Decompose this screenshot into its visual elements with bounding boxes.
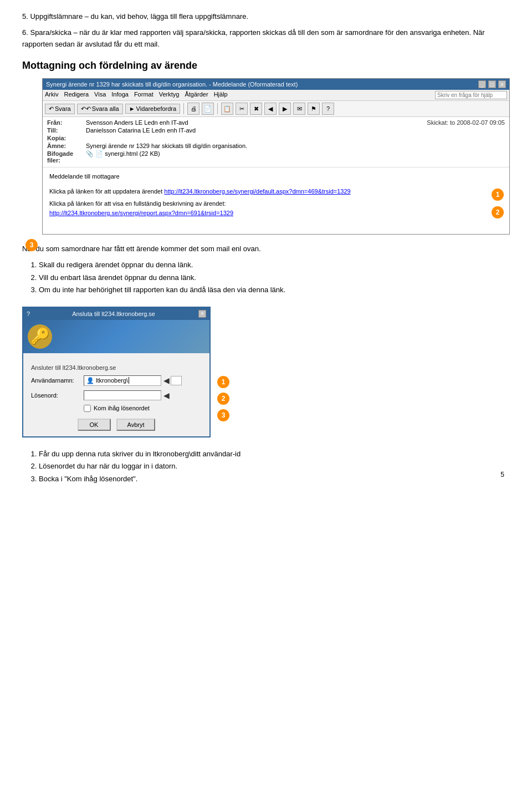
email-search-input[interactable] bbox=[435, 91, 507, 99]
restore-button[interactable]: □ bbox=[488, 80, 496, 88]
header-amne-value: Synergi ärende nr 1329 har skickats till… bbox=[86, 142, 505, 149]
email-body: Meddelande till mottagare Klicka på länk… bbox=[43, 167, 509, 234]
header-from-label: Från: bbox=[47, 119, 86, 126]
login-remember-checkbox[interactable] bbox=[84, 405, 91, 412]
toolbar-icon-6[interactable]: ◀ bbox=[264, 103, 277, 115]
login-cancel-button[interactable]: Avbryt bbox=[116, 419, 156, 431]
login-dialog: ? Ansluta till lt234.ltkronoberg.se × 🔑 … bbox=[22, 307, 211, 437]
footer-notes-list: Får du upp denna ruta skriver du in ltkr… bbox=[39, 449, 510, 485]
attachment-html-icon: 📄 bbox=[95, 150, 103, 157]
header-to-row: Till: Danielsson Catarina LE Ledn enh IT… bbox=[47, 127, 505, 134]
menu-atgarder[interactable]: Åtgärder bbox=[185, 91, 208, 99]
footer-note-2: Lösenordet du har när du loggar in i dat… bbox=[39, 461, 510, 472]
login-password-row: Lösenord: ◀ bbox=[31, 390, 202, 400]
email-titlebar: Synergi ärende nr 1329 har skickats till… bbox=[43, 79, 509, 90]
email-toolbar: ↶ Svara ↶↶ Svara alla ► Vidarebefordra 🖨… bbox=[43, 101, 509, 117]
menu-format[interactable]: Format bbox=[134, 91, 154, 99]
login-ok-button[interactable]: OK bbox=[78, 419, 111, 431]
step-1: Skall du redigera ärendet öppnar du denn… bbox=[39, 259, 510, 271]
body-link-1[interactable]: http://lt234.ltkronoberg.se/synergi/defa… bbox=[164, 188, 350, 195]
toolbar-divider-1 bbox=[183, 103, 184, 114]
email-headers: Från: Svensson Anders LE Ledn enh IT-avd… bbox=[43, 117, 509, 167]
toolbar-icon-4[interactable]: ✂ bbox=[236, 103, 248, 115]
email-titlebar-title: Synergi ärende nr 1329 har skickats till… bbox=[46, 81, 298, 88]
login-username-extra[interactable] bbox=[171, 376, 182, 385]
header-kopia-label: Kopia: bbox=[47, 135, 86, 141]
email-menubar: Arkiv Redigera Visa Infoga Format Verkty… bbox=[43, 90, 509, 101]
toolbar-icon-question[interactable]: ? bbox=[322, 103, 334, 115]
toolbar-icon-5[interactable]: ✖ bbox=[250, 103, 262, 115]
login-username-row: Användarnamn: 👤 ltkronoberg\ ◀ bbox=[31, 375, 202, 386]
header-from-row: Från: Svensson Anders LE Ledn enh IT-avd… bbox=[47, 119, 505, 126]
login-remember-label: Kom ihåg lösenordet bbox=[94, 405, 150, 411]
header-from-value: Svensson Anders LE Ledn enh IT-avd bbox=[86, 119, 427, 126]
login-remember-row: Kom ihåg lösenordet bbox=[84, 405, 202, 412]
svara-alla-icon: ↶↶ bbox=[81, 105, 91, 113]
body-paragraph-2: Klicka på länken för att visa en fullstä… bbox=[49, 199, 503, 217]
close-button[interactable]: × bbox=[498, 80, 506, 88]
body-link-2[interactable]: http://lt234.ltkronoberg.se/synergi/repo… bbox=[49, 210, 233, 216]
cursor-icon bbox=[129, 377, 129, 384]
menu-visa[interactable]: Visa bbox=[94, 91, 106, 99]
toolbar-icon-flag[interactable]: ⚑ bbox=[308, 103, 320, 115]
svara-alla-button[interactable]: ↶↶ Svara alla bbox=[77, 104, 123, 114]
header-amne-row: Ämne: Synergi ärende nr 1329 har skickat… bbox=[47, 142, 505, 149]
login-key-icon: 🔑 bbox=[28, 324, 52, 349]
header-date: Skickat: to 2008-02-07 09:05 bbox=[427, 119, 505, 126]
header-amne-label: Ämne: bbox=[47, 142, 86, 149]
header-to-label: Till: bbox=[47, 127, 86, 134]
toolbar-icon-2[interactable]: 📄 bbox=[202, 103, 214, 115]
toolbar-divider-2 bbox=[217, 103, 218, 114]
login-header-image: 🔑 bbox=[23, 320, 209, 353]
login-close-button[interactable]: × bbox=[198, 310, 206, 318]
annotation-login-3: 3 bbox=[217, 409, 229, 421]
login-titlebar-icon: ? bbox=[27, 311, 30, 317]
login-username-label: Användarnamn: bbox=[31, 377, 84, 384]
intro-point5: 5. Uppgiftslämnare – du kan, vid behov, … bbox=[22, 11, 510, 23]
email-window: Synergi ärende nr 1329 har skickats till… bbox=[42, 78, 510, 235]
step-2: Vill du enbart läsa ärendet öppnar du de… bbox=[39, 272, 510, 283]
login-dialog-titlebar: ? Ansluta till lt234.ltkronoberg.se × bbox=[23, 308, 209, 320]
menu-redigera[interactable]: Redigera bbox=[64, 91, 89, 99]
username-arrow: ◀ bbox=[163, 376, 170, 385]
toolbar-icon-3[interactable]: 📋 bbox=[221, 103, 233, 115]
section-heading: Mottagning och fördelning av ärende bbox=[22, 60, 510, 72]
toolbar-icon-address[interactable]: ✉ bbox=[293, 103, 305, 115]
login-username-value: ltkronoberg\ bbox=[96, 377, 128, 384]
password-arrow: ◀ bbox=[163, 391, 170, 400]
header-bifogade-label: Bifogade filer: bbox=[47, 150, 86, 164]
footer-note-3: Bocka i "Kom ihåg lösenordet". bbox=[39, 474, 510, 485]
vidarebefordra-icon: ► bbox=[129, 105, 135, 112]
login-titlebar-title: Ansluta till lt234.ltkronoberg.se bbox=[72, 311, 155, 317]
menu-infoga[interactable]: Infoga bbox=[111, 91, 129, 99]
body-greeting: Meddelande till mottagare bbox=[49, 172, 503, 181]
step-3: Om du inte har behörighet till rapporten… bbox=[39, 284, 510, 296]
menu-arkiv[interactable]: Arkiv bbox=[45, 91, 58, 99]
body-paragraph-1: Klicka på länken för att uppdatera ärend… bbox=[49, 187, 503, 196]
minimize-button[interactable]: _ bbox=[478, 80, 486, 88]
menu-hjalp[interactable]: Hjälp bbox=[214, 91, 228, 99]
menu-verktyg[interactable]: Verktyg bbox=[159, 91, 180, 99]
login-dialog-body: Ansluter till lt234.ltkronoberg.se Använ… bbox=[23, 359, 209, 436]
login-buttons: OK Avbryt bbox=[31, 419, 202, 431]
page-number: 5 bbox=[500, 471, 504, 479]
vidarebefordra-button[interactable]: ► Vidarebefordra bbox=[125, 104, 180, 114]
svara-button[interactable]: ↶ Svara bbox=[45, 104, 75, 114]
header-bifogade-row: Bifogade filer: 📎 📄 synergi.html (22 KB) bbox=[47, 150, 505, 164]
svara-icon: ↶ bbox=[49, 105, 54, 113]
toolbar-icon-7[interactable]: ▶ bbox=[279, 103, 291, 115]
print-button[interactable]: 🖨 bbox=[187, 103, 200, 115]
annotation-login-1: 1 bbox=[217, 376, 229, 388]
login-username-input-display[interactable]: 👤 ltkronoberg\ bbox=[84, 375, 161, 386]
header-bifogade-value: 📎 📄 synergi.html (22 KB) bbox=[86, 150, 505, 164]
attachment-icon: 📎 bbox=[86, 150, 94, 157]
header-kopia-row: Kopia: bbox=[47, 135, 505, 141]
login-password-input[interactable] bbox=[84, 390, 161, 400]
steps-list: Skall du redigera ärendet öppnar du denn… bbox=[39, 259, 510, 296]
intro-point6: 6. Spara/skicka – när du är klar med rap… bbox=[22, 27, 510, 50]
header-to-value: Danielsson Catarina LE Ledn enh IT-avd bbox=[86, 127, 505, 134]
annotation-login-2: 2 bbox=[217, 393, 229, 405]
header-kopia-value bbox=[86, 135, 505, 141]
after-email-text: När du som samordnare har fått ett ärend… bbox=[22, 243, 510, 255]
username-icon: 👤 bbox=[86, 377, 94, 384]
